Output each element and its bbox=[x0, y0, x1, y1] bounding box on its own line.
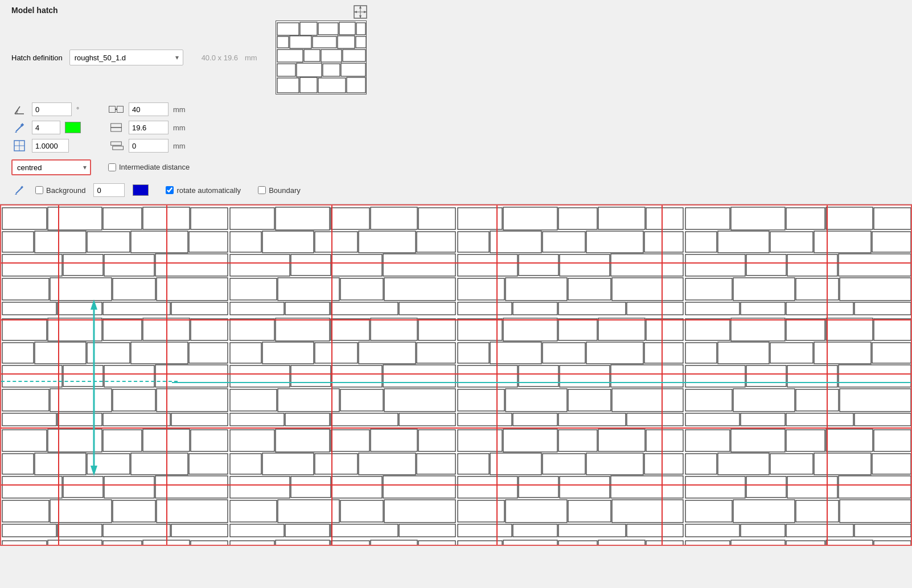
svg-rect-45 bbox=[113, 146, 124, 150]
pen-icon bbox=[11, 121, 27, 134]
svg-rect-23 bbox=[323, 64, 340, 76]
red-grid-h-5 bbox=[1, 427, 911, 429]
svg-rect-21 bbox=[277, 64, 295, 76]
red-grid-v-4 bbox=[662, 205, 663, 545]
intermediate-distance-label: Intermediate distance bbox=[119, 163, 190, 171]
teal-horizontal-line bbox=[172, 382, 911, 383]
red-grid-v-2 bbox=[331, 205, 332, 545]
rotate-auto-check[interactable] bbox=[166, 186, 174, 194]
bg-value-input[interactable] bbox=[93, 183, 125, 197]
svg-rect-42 bbox=[111, 124, 122, 128]
intermediate-distance-checkbox[interactable]: Intermediate distance bbox=[108, 163, 190, 171]
red-grid-v-3 bbox=[496, 205, 498, 545]
svg-rect-12 bbox=[277, 36, 289, 48]
scale-icon bbox=[11, 139, 27, 152]
height-unit: mm bbox=[173, 124, 186, 132]
svg-rect-16 bbox=[356, 36, 366, 48]
teal-arrow-svg bbox=[85, 299, 102, 476]
red-grid-v-1 bbox=[166, 205, 167, 545]
svg-rect-10 bbox=[339, 22, 355, 35]
svg-rect-9 bbox=[318, 23, 338, 35]
pen-color-swatch[interactable] bbox=[65, 122, 81, 133]
background-label: Background bbox=[46, 186, 85, 195]
panel-title: Model hatch bbox=[11, 6, 901, 15]
background-check[interactable] bbox=[35, 186, 43, 194]
height-icon bbox=[108, 121, 124, 134]
svg-rect-18 bbox=[304, 50, 320, 61]
red-grid-h-2 bbox=[1, 373, 911, 375]
hatch-def-label: Hatch definition bbox=[11, 54, 63, 62]
svg-rect-11 bbox=[356, 23, 365, 35]
stone-wall-svg bbox=[1, 205, 911, 545]
width-unit: mm bbox=[173, 105, 186, 114]
hatch-def-select[interactable]: roughst_50_1.d bbox=[69, 50, 183, 65]
pen-number-input[interactable] bbox=[32, 121, 60, 134]
svg-rect-17 bbox=[277, 50, 303, 62]
offset-input[interactable] bbox=[129, 139, 169, 153]
svg-marker-74 bbox=[91, 466, 97, 476]
resize-icon[interactable] bbox=[353, 5, 368, 19]
svg-rect-15 bbox=[338, 36, 355, 48]
offset-unit: mm bbox=[173, 142, 186, 150]
alignment-select[interactable]: centred left right top bottom bbox=[11, 159, 91, 175]
boundary-checkbox[interactable]: Boundary bbox=[258, 186, 301, 195]
svg-rect-43 bbox=[111, 128, 122, 131]
svg-rect-37 bbox=[109, 106, 116, 113]
scale-input[interactable] bbox=[32, 139, 69, 153]
svg-marker-32 bbox=[15, 131, 17, 133]
size-display: 40.0 x 19.6 bbox=[202, 54, 238, 62]
angle-unit: ° bbox=[76, 105, 79, 114]
rotate-auto-checkbox[interactable]: rotate automatically bbox=[166, 186, 241, 195]
svg-rect-71 bbox=[1, 205, 911, 545]
svg-rect-28 bbox=[347, 77, 365, 93]
main-canvas bbox=[0, 204, 912, 546]
red-grid-v-6 bbox=[58, 205, 59, 545]
svg-rect-13 bbox=[290, 36, 311, 48]
svg-marker-73 bbox=[91, 299, 97, 310]
svg-rect-27 bbox=[318, 78, 346, 93]
svg-rect-19 bbox=[321, 50, 342, 62]
width-icon bbox=[108, 103, 124, 116]
svg-rect-25 bbox=[277, 78, 299, 93]
svg-marker-47 bbox=[15, 194, 17, 195]
rotate-auto-label: rotate automatically bbox=[176, 186, 241, 195]
hatch-height-input[interactable] bbox=[129, 121, 169, 134]
svg-rect-22 bbox=[297, 63, 322, 77]
svg-line-30 bbox=[15, 106, 20, 114]
offset-icon bbox=[108, 139, 124, 152]
red-grid-v-5 bbox=[827, 205, 828, 545]
svg-rect-8 bbox=[300, 22, 317, 35]
red-grid-h-3 bbox=[1, 484, 911, 486]
angle-input[interactable] bbox=[32, 102, 72, 116]
bg-pen-icon bbox=[11, 184, 27, 196]
hatch-preview bbox=[276, 20, 367, 94]
boundary-label: Boundary bbox=[269, 186, 301, 195]
angle-icon bbox=[11, 103, 27, 116]
svg-rect-14 bbox=[313, 36, 336, 48]
hatch-width-input[interactable] bbox=[129, 102, 169, 116]
svg-rect-38 bbox=[117, 106, 124, 113]
svg-rect-26 bbox=[300, 77, 317, 93]
svg-rect-20 bbox=[343, 50, 365, 61]
boundary-check[interactable] bbox=[258, 186, 266, 194]
red-grid-h-4 bbox=[1, 319, 911, 320]
size-unit: mm bbox=[245, 54, 257, 62]
svg-rect-44 bbox=[111, 142, 122, 145]
svg-rect-24 bbox=[341, 63, 365, 76]
intermediate-distance-check[interactable] bbox=[108, 163, 116, 171]
background-checkbox[interactable]: Background bbox=[35, 186, 85, 195]
red-grid-h-1 bbox=[1, 262, 911, 264]
bg-color-swatch[interactable] bbox=[133, 184, 149, 196]
svg-rect-7 bbox=[277, 23, 299, 35]
